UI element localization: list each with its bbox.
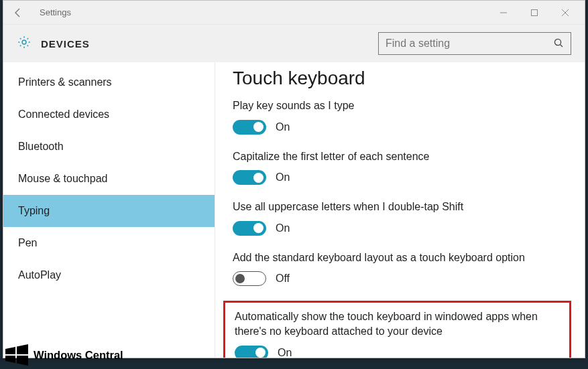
sidebar-item-label: Printers & scanners [18, 76, 112, 88]
toggle-state-text: On [276, 121, 290, 133]
sidebar-item-label: Bluetooth [18, 141, 64, 153]
toggle-row: On [233, 120, 567, 135]
header: DEVICES [3, 25, 585, 62]
toggle-switch[interactable] [235, 346, 268, 358]
setting-item: Add the standard keyboard layout as a to… [233, 250, 567, 287]
page-title: Touch keyboard [233, 68, 567, 89]
window-title: Settings [40, 7, 71, 17]
sidebar-item-label: Mouse & touchpad [18, 173, 107, 185]
toggle-switch[interactable] [233, 221, 266, 236]
content: Touch keyboard Play key sounds as I type… [215, 62, 585, 358]
body: Printers & scannersConnected devicesBlue… [3, 62, 585, 358]
svg-marker-8 [17, 344, 28, 354]
gear-icon [17, 35, 32, 52]
minimize-button[interactable] [488, 2, 519, 23]
section-title: DEVICES [41, 38, 90, 50]
search-box[interactable] [378, 32, 571, 55]
toggle-state-text: On [276, 222, 290, 234]
settings-list: Play key sounds as I typeOnCapitalize th… [233, 98, 567, 358]
setting-item: Play key sounds as I typeOn [233, 98, 567, 135]
setting-item: Capitalize the first letter of each sent… [233, 149, 567, 186]
svg-line-6 [561, 44, 563, 47]
back-button[interactable] [7, 2, 29, 23]
toggle-row: On [233, 170, 567, 185]
search-icon [553, 38, 564, 50]
setting-label: Use all uppercase letters when I double-… [233, 200, 567, 214]
watermark-text: Windows Central [34, 349, 123, 362]
watermark: Windows Central [3, 341, 129, 369]
sidebar-item-label: Typing [18, 205, 50, 217]
setting-item: Automatically show the touch keyboard in… [235, 309, 560, 358]
sidebar-item-label: Pen [18, 237, 37, 249]
setting-label: Play key sounds as I type [233, 98, 567, 113]
svg-point-5 [554, 39, 561, 45]
toggle-row: On [233, 221, 567, 236]
toggle-state-text: On [278, 347, 292, 358]
sidebar-item-bluetooth[interactable]: Bluetooth [3, 131, 215, 163]
svg-point-4 [22, 40, 26, 44]
search-input[interactable] [386, 38, 553, 50]
toggle-switch[interactable] [233, 271, 266, 286]
maximize-button[interactable] [519, 2, 550, 23]
setting-label: Capitalize the first letter of each sent… [233, 149, 567, 164]
svg-rect-1 [532, 9, 538, 15]
svg-marker-9 [5, 356, 15, 363]
toggle-state-text: On [276, 171, 290, 183]
sidebar-item-label: Connected devices [18, 108, 109, 121]
toggle-switch[interactable] [233, 170, 266, 185]
sidebar-item-mouse-touchpad[interactable]: Mouse & touchpad [3, 163, 215, 195]
toggle-row: Off [233, 271, 567, 286]
close-button[interactable] [550, 2, 581, 23]
sidebar-item-connected-devices[interactable]: Connected devices [3, 98, 215, 131]
toggle-switch[interactable] [233, 120, 266, 135]
toggle-state-text: Off [276, 273, 290, 285]
setting-label: Add the standard keyboard layout as a to… [233, 250, 567, 265]
sidebar: Printers & scannersConnected devicesBlue… [3, 62, 215, 358]
sidebar-item-printers-scanners[interactable]: Printers & scanners [3, 66, 215, 98]
sidebar-item-label: AutoPlay [18, 269, 61, 281]
sidebar-item-typing[interactable]: Typing [3, 195, 215, 227]
titlebar: Settings [3, 1, 585, 25]
sidebar-item-pen[interactable]: Pen [3, 227, 215, 259]
setting-label: Automatically show the touch keyboard in… [235, 309, 560, 338]
windows-logo-icon [5, 344, 28, 366]
svg-marker-10 [17, 356, 28, 366]
setting-item: Use all uppercase letters when I double-… [233, 200, 567, 236]
svg-marker-7 [5, 347, 15, 354]
sidebar-item-autoplay[interactable]: AutoPlay [3, 259, 215, 291]
settings-window: Settings DEVICES [3, 0, 585, 358]
highlight-box: Automatically show the touch keyboard in… [223, 301, 571, 358]
toggle-row: On [235, 346, 560, 358]
